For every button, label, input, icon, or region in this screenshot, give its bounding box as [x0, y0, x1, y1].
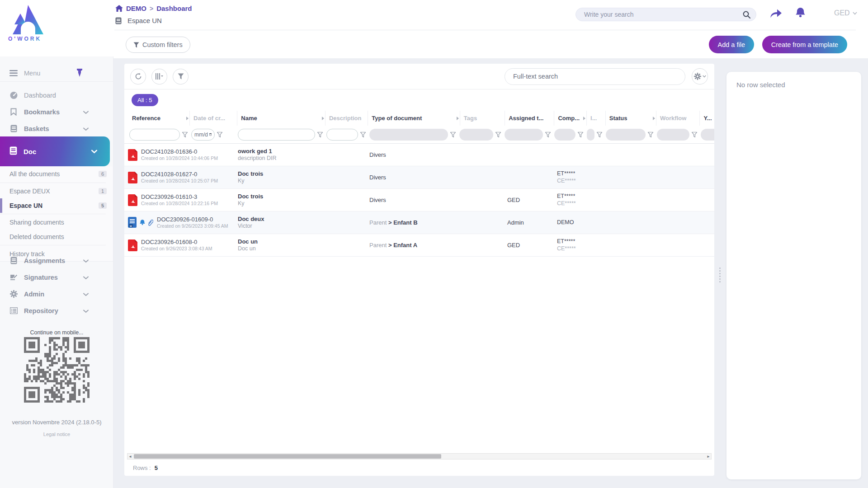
brand-logo: O'WORK: [0, 0, 113, 56]
funnel-icon[interactable]: [545, 132, 551, 137]
column-header-reference[interactable]: Reference: [128, 111, 190, 126]
funnel-icon[interactable]: [597, 132, 602, 137]
chevron-down-icon: [83, 273, 89, 282]
breadcrumb-root-link[interactable]: DEMO: [126, 5, 146, 12]
funnel-icon[interactable]: [217, 132, 222, 137]
column-header-name[interactable]: Name: [237, 111, 326, 126]
chevron-down-icon: [91, 147, 97, 155]
sort-arrow-icon: [186, 117, 189, 120]
sidebar-item-dashboard[interactable]: Dashboard: [0, 87, 113, 103]
global-search-input[interactable]: [584, 11, 743, 18]
all-documents-label: All the documents: [9, 170, 60, 178]
funnel-icon[interactable]: [182, 132, 188, 137]
sidebar-item-admin[interactable]: Admin: [0, 286, 113, 302]
funnel-icon[interactable]: [450, 132, 456, 137]
version-text: version Novembre 2024 (2.18.0-5): [0, 419, 113, 426]
share-button[interactable]: [770, 8, 782, 21]
column-header-date[interactable]: Date of cr...: [190, 111, 237, 126]
sidebar-item-bookmarks[interactable]: Bookmarks: [0, 103, 113, 120]
bookmarks-label: Bookmarks: [24, 108, 60, 116]
sidebar-menu-toggle[interactable]: Menu: [0, 65, 113, 82]
user-menu-dropdown[interactable]: GED: [834, 9, 857, 17]
qr-code-canvas: [24, 337, 90, 403]
add-file-button[interactable]: Add a file: [709, 36, 754, 53]
legal-notice-link[interactable]: Legal notice: [0, 432, 113, 437]
column-header-i[interactable]: I...: [587, 111, 606, 126]
create-from-template-button[interactable]: Create from a template: [762, 36, 847, 53]
divider: [0, 183, 106, 183]
pin-sidebar-button[interactable]: [76, 69, 85, 78]
count-badge: 5: [99, 202, 107, 209]
funnel-icon[interactable]: [648, 132, 653, 137]
horizontal-scrollbar[interactable]: ◄ ►: [127, 453, 712, 460]
scroll-left-arrow[interactable]: ◄: [127, 454, 133, 459]
notification-bell-icon: [139, 219, 146, 226]
name-filter-input[interactable]: [238, 129, 315, 141]
sidebar-item-deleted-documents[interactable]: Deleted documents: [0, 230, 113, 244]
funnel-icon[interactable]: [578, 132, 583, 137]
filter-button[interactable]: [173, 69, 189, 84]
reference-filter-input[interactable]: [129, 129, 180, 141]
chevron-down-icon: [83, 125, 89, 133]
funnel-icon[interactable]: [317, 132, 323, 137]
sidebar-item-signatures[interactable]: Signatures: [0, 269, 113, 286]
column-header-description[interactable]: Description: [326, 111, 368, 126]
column-header-type[interactable]: Type of document: [368, 111, 460, 126]
custom-filters-button[interactable]: Custom filters: [126, 37, 190, 53]
bell-icon: [795, 7, 806, 19]
funnel-icon[interactable]: [495, 132, 501, 137]
table-row[interactable]: DOC241028-01627-0Created on 10/28/2024 1…: [124, 166, 714, 189]
column-header-y[interactable]: Y...: [700, 111, 714, 126]
funnel-icon: [178, 73, 184, 80]
search-icon[interactable]: [743, 11, 750, 19]
book-icon: [9, 257, 18, 264]
table-row[interactable]: w DOC230926-01609-0Created on 9/26/2023 …: [124, 211, 714, 234]
panel-resize-handle[interactable]: [719, 266, 722, 284]
sidebar-item-doc-active[interactable]: Doc: [0, 136, 110, 166]
sidebar-item-repository[interactable]: Repository: [0, 302, 113, 319]
table-row[interactable]: DOC230926-01610-3Created on 10/28/2024 1…: [124, 189, 714, 211]
hamburger-icon: [9, 70, 18, 76]
caret-down-icon: [853, 12, 857, 15]
sidebar-item-baskets[interactable]: Baskets: [0, 120, 113, 137]
description-filter-input[interactable]: [326, 129, 358, 141]
columns-button[interactable]: [151, 69, 167, 84]
espace-un-label: Espace UN: [9, 202, 42, 209]
funnel-icon[interactable]: [360, 132, 366, 137]
pin-icon: [76, 69, 83, 77]
repository-label: Repository: [24, 307, 58, 314]
breadcrumb-current-link[interactable]: Dashboard: [156, 5, 192, 12]
column-header-status[interactable]: Status: [606, 111, 656, 126]
sidebar-item-assignments[interactable]: Assignments: [0, 252, 113, 269]
grid-settings-button[interactable]: [692, 68, 708, 84]
sort-arrow-icon: [457, 117, 459, 120]
continue-on-mobile-text: Continue on mobile...: [0, 329, 113, 336]
sidebar-item-espace-un[interactable]: Espace UN 5: [0, 198, 113, 213]
column-header-company[interactable]: Comp...: [554, 111, 587, 126]
fulltext-search-input[interactable]: [513, 73, 677, 80]
sidebar-item-sharing-documents[interactable]: Sharing documents: [0, 215, 113, 230]
doc-label: Doc: [24, 148, 36, 155]
column-header-assigned[interactable]: Assigned t...: [505, 111, 554, 126]
table-row[interactable]: DOC241028-01636-0Created on 10/28/2024 1…: [124, 144, 714, 166]
table-row[interactable]: DOC230926-01608-0Created on 9/26/2023 3:…: [124, 234, 714, 257]
sidebar-item-espace-deux[interactable]: Espace DEUX 1: [0, 184, 113, 198]
header-divider: [114, 30, 856, 30]
chevron-down-icon: [83, 108, 89, 116]
all-count-chip[interactable]: All : 5: [132, 94, 158, 106]
breadcrumb: DEMO > Dashboard: [115, 5, 192, 12]
scrollbar-thumb[interactable]: [134, 454, 441, 459]
column-header-tags[interactable]: Tags: [460, 111, 505, 126]
space-subtitle: Espace UN: [115, 17, 162, 24]
refresh-button[interactable]: [130, 69, 146, 84]
calendar-icon: [209, 132, 212, 137]
refresh-icon: [135, 73, 142, 80]
funnel-icon[interactable]: [692, 132, 697, 137]
pdf-file-icon: [128, 172, 137, 183]
scroll-right-arrow[interactable]: ►: [706, 454, 711, 459]
sidebar-item-all-documents[interactable]: All the documents 6: [0, 166, 113, 182]
notifications-button[interactable]: [795, 7, 806, 21]
date-filter-input[interactable]: mm/d: [191, 129, 215, 141]
app-window: O'WORK Menu Dashboard Bookmark: [0, 0, 868, 488]
column-header-workflow[interactable]: Workflow: [656, 111, 700, 126]
